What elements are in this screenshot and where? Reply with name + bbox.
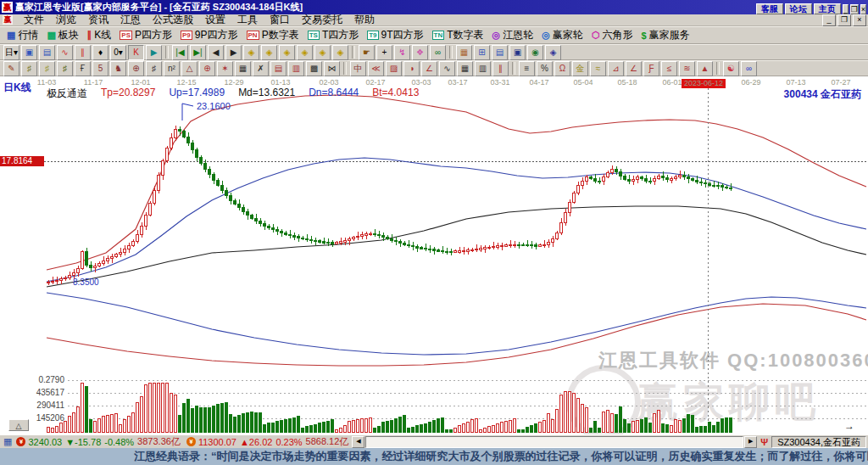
gann-diamond-3[interactable]: ◈ [279, 45, 295, 60]
gann-grid-4[interactable]: ♯ [146, 61, 162, 76]
toolbar-button-赢家服务[interactable]: $赢家服务 [637, 28, 693, 42]
notebook[interactable]: ▤ [492, 45, 508, 60]
toolbar-button-K线[interactable]: ∥K线 [83, 28, 116, 42]
waves-tool[interactable]: ≋ [679, 61, 695, 76]
gann-diamond-6[interactable]: ◈ [332, 45, 348, 60]
toolbar-button-P四方形[interactable]: PSP四方形 [115, 28, 176, 42]
toolbar-button-T四方形[interactable]: TST四方形 [303, 28, 364, 42]
toolbar-button-P数字表[interactable]: PNP数字表 [242, 28, 303, 42]
f-tool[interactable]: Ƒ [643, 61, 659, 76]
approx-tool[interactable]: ≈ [590, 61, 606, 76]
grid-sq-1[interactable]: ▦ [457, 61, 473, 76]
calendar[interactable]: ▦ [456, 45, 472, 60]
grid-sq-2[interactable]: ▥ [475, 61, 491, 76]
gann-circle[interactable]: ⊕ [128, 61, 144, 76]
gann-grid-2[interactable]: ♯ [39, 61, 55, 76]
last-bar[interactable]: ▶| [190, 45, 206, 60]
percent-tool[interactable]: % [537, 61, 553, 76]
indicator-k[interactable]: K [128, 45, 144, 60]
bar-view[interactable]: ∥ [75, 45, 91, 60]
menu-item-资讯[interactable]: 资讯 [82, 13, 114, 27]
next-bar[interactable]: ▶ [225, 45, 242, 60]
draw-pen[interactable]: ✎ [3, 61, 19, 76]
horizontal-scrollbar[interactable] [365, 436, 743, 448]
menu-item-文件[interactable]: 文件 [18, 13, 50, 27]
trend-view[interactable]: ∿ [57, 45, 73, 60]
fan-lines[interactable]: ≪ [368, 61, 384, 76]
magic-tool[interactable]: ❖ [412, 45, 428, 60]
grid-box[interactable]: ▦ [235, 61, 251, 76]
star-tool[interactable]: ✶ [217, 61, 233, 76]
menu-item-设置[interactable]: 设置 [199, 13, 231, 27]
candlestick-chart[interactable]: 0.279043561729041114520617.816423.16008.… [0, 76, 868, 434]
toolbar-button-江恩轮[interactable]: ◎江恩轮 [488, 28, 538, 42]
measure-tool[interactable]: ↯ [394, 45, 410, 60]
shanghai-index-icon[interactable]: ¥ [16, 437, 25, 446]
toolbar-button-9T四方形[interactable]: T99T四方形 [363, 28, 427, 42]
piano-tool[interactable]: ≡ [519, 61, 535, 76]
toolbar-button-赢家轮[interactable]: ◎赢家轮 [537, 28, 587, 42]
titlebar-button-论坛[interactable]: 论坛 [785, 3, 812, 14]
menu-item-窗口[interactable]: 窗口 [264, 13, 296, 27]
minimize-button[interactable]: _ [843, 4, 849, 14]
chart-area[interactable]: 江恩工具软件 QQ:100800360 赢家聊吧 0.2790435617290… [0, 76, 868, 434]
square-n2[interactable]: n² [164, 61, 180, 76]
infinity-tool[interactable]: ∞ [741, 61, 757, 76]
child-restore-button[interactable]: ❐ [837, 14, 851, 26]
toolbar-button-9P四方形[interactable]: P99P四方形 [176, 28, 242, 42]
slash-lines[interactable]: ∥ [492, 61, 509, 76]
toolbar-button-行情[interactable]: ▦行情 [3, 28, 42, 42]
first-bar[interactable]: |◀ [172, 45, 188, 60]
child-minimize-button[interactable]: _ [822, 14, 836, 26]
slope-tool[interactable]: ▲ [697, 61, 713, 76]
chart-layout[interactable]: ▣ [21, 45, 37, 60]
toolbar-button-六角形[interactable]: ⬡六角形 [587, 28, 637, 42]
menu-item-帮助[interactable]: 帮助 [348, 13, 381, 27]
hatch-box[interactable]: ▨ [386, 61, 402, 76]
omega-tool[interactable]: Ω [554, 61, 570, 76]
menu-item-江恩[interactable]: 江恩 [114, 13, 147, 27]
prev-bar[interactable]: ◀ [208, 45, 224, 60]
menu-item-浏览[interactable]: 浏览 [50, 13, 82, 27]
bowtie-tool[interactable]: ⋈ [324, 61, 340, 76]
toolbar-button-板块[interactable]: ▩板块 [42, 28, 82, 42]
restore-button[interactable]: ❐ [850, 4, 859, 14]
gann-diamond-4[interactable]: ◈ [297, 45, 313, 60]
quote-grid-icon[interactable]: ▦ [3, 436, 12, 447]
child-close-button[interactable]: × [853, 14, 866, 26]
style-dropdown[interactable]: 0▾ [110, 45, 126, 60]
gold-ratio-1[interactable]: 金 [572, 61, 588, 76]
scroll-right-button[interactable]: ▶ [744, 436, 757, 448]
wedge-tool[interactable]: ⊿ [608, 61, 624, 76]
toolbar-button-T数字表[interactable]: TNT数字表 [428, 28, 488, 42]
save[interactable]: ▣ [509, 45, 526, 60]
gann-diamond-5[interactable]: ◈ [314, 45, 331, 60]
menu-item-公式选股[interactable]: 公式选股 [147, 13, 199, 27]
wave-m[interactable]: ✗ [253, 61, 269, 76]
arc-tool[interactable]: ◑ [403, 61, 420, 76]
lte-tool[interactable]: ≤ [661, 61, 677, 76]
pan-hand[interactable]: ☛ [359, 45, 375, 60]
menu-item-交易委托[interactable]: 交易委托 [296, 13, 348, 27]
period-daily[interactable]: 日▾ [3, 45, 19, 60]
publish[interactable]: ◈ [545, 45, 561, 60]
gann-diamond-1[interactable]: ◈ [243, 45, 259, 60]
titlebar-button-主页[interactable]: 主页 [814, 3, 841, 14]
binoculars[interactable]: ∞ [430, 45, 446, 60]
scroll-left-button[interactable]: ◀ [352, 436, 364, 448]
wave-line[interactable]: ∿ [439, 61, 455, 76]
grid-red-2[interactable]: ▥ [288, 61, 304, 76]
candle-style[interactable]: ♦ [92, 45, 108, 60]
crosshair[interactable]: + [376, 45, 392, 60]
taiji-tool[interactable]: ☯ [723, 61, 739, 76]
color-flag[interactable]: ▶ [146, 45, 162, 60]
gann-grid-3[interactable]: ♯ [57, 61, 73, 76]
grid-red-1[interactable]: ▤ [270, 61, 287, 76]
snapshot[interactable]: ◉ [527, 45, 543, 60]
circle-cross[interactable]: ⊕ [199, 61, 215, 76]
calculator[interactable]: ⊞ [474, 45, 490, 60]
shenzhen-index-icon[interactable]: ¥ [186, 437, 196, 446]
gann-diamond-2[interactable]: ◈ [261, 45, 277, 60]
triangle-tool[interactable]: △ [181, 61, 198, 76]
angle-line[interactable]: ∠ [421, 61, 437, 76]
